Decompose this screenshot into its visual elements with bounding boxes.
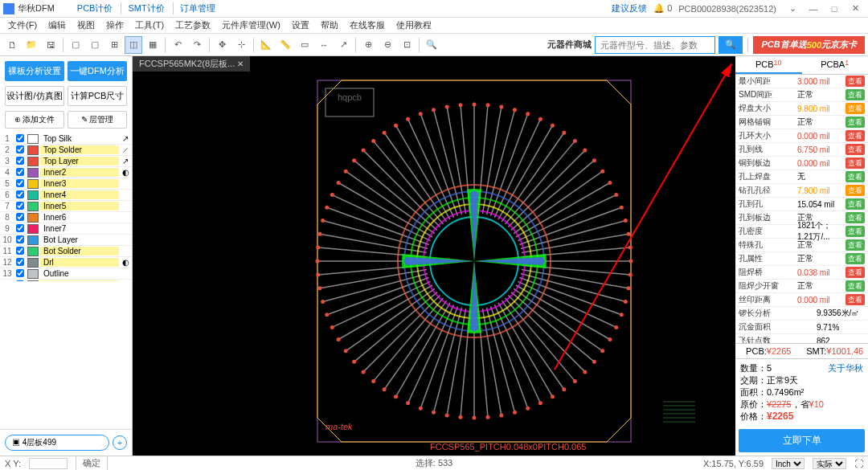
view-button[interactable]: 查看 [845, 157, 865, 169]
search-icon[interactable]: 🔍 [423, 36, 440, 54]
link-smt-price[interactable]: SMT计价 [121, 2, 170, 14]
view-button[interactable]: 查看 [845, 103, 865, 114]
zoom-in-icon[interactable]: ⊕ [359, 36, 377, 54]
menu-tools[interactable]: 工具(T) [130, 18, 169, 33]
view-button[interactable]: 查看 [845, 144, 865, 155]
redo-icon[interactable]: ↷ [188, 36, 206, 54]
minimize-icon[interactable]: — [804, 2, 823, 16]
zoom-fit-icon[interactable]: ⊡ [398, 36, 416, 54]
snap-icon[interactable]: ⊹ [232, 36, 250, 54]
tool1-icon[interactable]: ▢ [67, 36, 84, 54]
area-icon[interactable]: ▭ [296, 36, 313, 54]
dfm-analysis-button[interactable]: 一键DFM分析 [68, 61, 127, 81]
layer-checkbox[interactable] [16, 224, 24, 232]
price-tab-smt[interactable]: SMT:¥1001.46 [802, 344, 869, 358]
view-button[interactable]: 查看 [845, 130, 865, 141]
ruler-icon[interactable]: 📏 [276, 36, 294, 54]
menu-support[interactable]: 在线客服 [345, 18, 390, 33]
close-icon[interactable]: ✕ [845, 2, 865, 16]
about-link[interactable]: 关于华秋 [828, 362, 863, 374]
pcb-canvas[interactable]: FCCSP565MK2(8层板... ✕ hqpcb ma-tek FCCSP5… [133, 56, 735, 456]
layer-row[interactable]: 7Inner5 [0, 201, 132, 212]
menu-settings[interactable]: 设置 [287, 18, 314, 33]
undo-icon[interactable]: ↶ [169, 36, 186, 54]
tool4-icon[interactable]: ◫ [125, 36, 142, 54]
tab-pcba[interactable]: PCBA1 [802, 56, 869, 74]
view-button[interactable]: 查看 [845, 253, 865, 264]
tool3-icon[interactable]: ⊞ [105, 36, 123, 54]
view-button[interactable]: 查看 [845, 212, 865, 223]
design-sim-button[interactable]: 设计图/仿真图 [5, 86, 64, 106]
analysis-settings-button[interactable]: 裸板分析设置 [5, 61, 64, 81]
layer-row[interactable]: 1Top Silk↗ [0, 133, 132, 145]
canvas-tab[interactable]: FCCSP565MK2(8层板... ✕ [133, 56, 250, 72]
tool5-icon[interactable]: ▦ [144, 36, 162, 54]
link-orders[interactable]: 订单管理 [173, 2, 222, 14]
layer-row[interactable]: 2Top Solder⟋ [0, 145, 132, 156]
layer-checkbox[interactable] [16, 213, 24, 221]
layer-checkbox[interactable] [16, 190, 24, 198]
layer-row[interactable]: 11Bot Solder [0, 246, 132, 257]
search-input[interactable] [595, 36, 715, 54]
view-button[interactable]: 查看 [845, 226, 865, 237]
expand-icon[interactable]: ⛶ [854, 459, 863, 468]
view-button[interactable]: 查看 [845, 267, 865, 278]
view-button[interactable]: 查看 [845, 280, 865, 292]
layer-row[interactable]: 3Top Layer↗ [0, 156, 132, 167]
menu-process[interactable]: 工艺参数 [170, 18, 215, 33]
layer-checkbox[interactable] [16, 202, 24, 210]
move-icon[interactable]: ✥ [213, 36, 231, 54]
layer-checkbox[interactable] [16, 247, 24, 255]
view-button[interactable]: 查看 [845, 116, 865, 128]
menu-file[interactable]: 文件(F) [3, 18, 42, 33]
unit-select[interactable]: Inch [772, 458, 805, 469]
add-file-button[interactable]: ⊕ 添加文件 [5, 111, 64, 129]
tab-pcb[interactable]: PCB10 [735, 56, 802, 74]
layer-checkbox[interactable] [16, 168, 24, 176]
layer-checkbox[interactable] [16, 179, 24, 187]
order-button[interactable]: 立即下单 [739, 429, 865, 452]
menu-library[interactable]: 元件库管理(W) [217, 18, 285, 33]
layer-row[interactable]: 8Inner6 [0, 212, 132, 223]
xy-input[interactable] [29, 458, 68, 469]
layer-row[interactable]: 4Inner2◐ [0, 167, 132, 178]
dim-icon[interactable]: ↔ [315, 36, 333, 54]
zoom-out-icon[interactable]: ⊖ [379, 36, 396, 54]
measure-icon[interactable]: 📐 [257, 36, 275, 54]
view-button[interactable]: 查看 [845, 239, 865, 251]
notif-icon[interactable]: 🔔 0 [653, 3, 672, 14]
menu-edit[interactable]: 编辑 [43, 18, 71, 33]
export-icon[interactable]: ↗ [334, 36, 352, 54]
mode-select[interactable]: 实际 [813, 458, 846, 469]
view-button[interactable]: 查看 [845, 185, 865, 196]
price-tab-pcb[interactable]: PCB:¥2265 [735, 344, 802, 358]
layer-row[interactable]: 10Bot Layer [0, 235, 132, 246]
add-circle-button[interactable]: + [113, 435, 127, 450]
layer-row[interactable]: 9Inner7 [0, 223, 132, 235]
menu-help[interactable]: 帮助 [316, 18, 343, 33]
feedback-link[interactable]: 建议反馈 [612, 2, 647, 14]
dropdown-icon[interactable]: ⌄ [783, 2, 802, 16]
board-info-pill[interactable]: ▣ 4层板499 [5, 435, 109, 451]
maximize-icon[interactable]: □ [825, 2, 844, 16]
layer-manage-button[interactable]: ✎ 层管理 [68, 111, 127, 129]
view-button[interactable]: 查看 [845, 76, 865, 87]
save-icon[interactable]: 🖫 [42, 36, 59, 54]
layer-checkbox[interactable] [16, 134, 24, 142]
layer-checkbox[interactable] [16, 235, 24, 243]
confirm-button[interactable]: 确定 [76, 456, 108, 470]
promo-banner[interactable]: PCB首单送 500 元京东卡 [753, 36, 865, 54]
layer-row[interactable]: 12Drl◐ [0, 257, 132, 268]
layer-row[interactable]: 13Outline [0, 268, 132, 280]
view-button[interactable]: 查看 [845, 294, 865, 305]
open-icon[interactable]: 📁 [23, 36, 40, 54]
view-button[interactable]: 查看 [845, 198, 865, 210]
calc-size-button[interactable]: 计算PCB尺寸 [68, 86, 127, 106]
view-button[interactable]: 查看 [845, 171, 865, 182]
menu-view[interactable]: 视图 [72, 18, 100, 33]
menu-action[interactable]: 操作 [101, 18, 129, 33]
tool2-icon[interactable]: ▢ [86, 36, 104, 54]
search-button[interactable]: 🔍 [719, 36, 743, 54]
layer-checkbox[interactable] [16, 145, 24, 153]
layer-row[interactable]: 5Inner3 [0, 178, 132, 190]
